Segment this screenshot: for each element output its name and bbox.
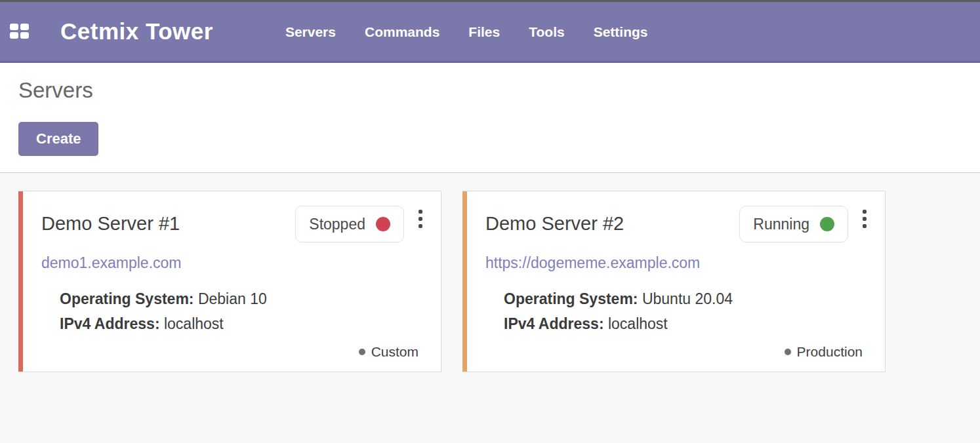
card-accent-strip <box>462 191 467 372</box>
card-accent-strip <box>18 191 23 372</box>
nav-item-servers[interactable]: Servers <box>285 1 336 62</box>
nav-item-files[interactable]: Files <box>468 1 500 62</box>
os-row: Operating System: Debian 10 <box>60 286 422 311</box>
server-url-link[interactable]: demo1.example.com <box>41 254 182 272</box>
tag-dot-icon <box>785 349 791 355</box>
nav-item-settings[interactable]: Settings <box>594 1 648 62</box>
status-dot-icon <box>820 217 834 231</box>
server-name: Demo Server #2 <box>485 206 739 235</box>
ip-row: IPv4 Address: localhost <box>60 311 422 336</box>
nav-item-commands[interactable]: Commands <box>365 1 439 62</box>
apps-grid-icon[interactable] <box>10 24 30 39</box>
tag-label: Production <box>797 344 863 360</box>
server-tag: Production <box>485 344 867 360</box>
server-details: Operating System: Ubuntu 20.04 IPv4 Addr… <box>504 286 867 336</box>
status-badge[interactable]: Stopped <box>295 206 404 242</box>
os-label: Operating System: <box>504 290 638 307</box>
ip-row: IPv4 Address: localhost <box>504 311 867 336</box>
kanban-view: Demo Server #1 Stopped demo1.example.com… <box>0 173 980 443</box>
server-tag: Custom <box>41 344 422 360</box>
os-label: Operating System: <box>60 290 194 307</box>
status-dot-icon <box>376 217 390 231</box>
status-badge[interactable]: Running <box>739 206 848 242</box>
create-button[interactable]: Create <box>18 122 98 156</box>
main-navbar: Cetmix Tower Servers Commands Files Tool… <box>0 2 980 63</box>
server-details: Operating System: Debian 10 IPv4 Address… <box>60 286 422 336</box>
server-card[interactable]: Demo Server #1 Stopped demo1.example.com… <box>18 191 441 372</box>
os-value: Ubuntu 20.04 <box>642 290 733 307</box>
card-header-row: Demo Server #2 Running <box>485 206 867 242</box>
os-row: Operating System: Ubuntu 20.04 <box>504 286 867 311</box>
status-label: Stopped <box>309 215 365 233</box>
ip-label: IPv4 Address: <box>60 315 160 332</box>
server-name: Demo Server #1 <box>41 206 295 235</box>
kebab-menu-icon[interactable] <box>863 206 867 228</box>
status-label: Running <box>753 215 809 233</box>
ip-value: localhost <box>608 315 668 332</box>
page-title: Servers <box>18 77 962 104</box>
app-brand[interactable]: Cetmix Tower <box>60 18 213 45</box>
tag-dot-icon <box>359 349 365 355</box>
nav-item-tools[interactable]: Tools <box>529 1 564 62</box>
card-header-row: Demo Server #1 Stopped <box>41 206 422 242</box>
ip-value: localhost <box>164 315 224 332</box>
kebab-menu-icon[interactable] <box>419 206 422 228</box>
page-header: Servers Create <box>0 63 980 173</box>
os-value: Debian 10 <box>198 290 267 307</box>
server-url-link[interactable]: https://dogememe.example.com <box>485 254 700 272</box>
ip-label: IPv4 Address: <box>504 315 604 332</box>
main-nav: Servers Commands Files Tools Settings <box>285 1 648 62</box>
tag-label: Custom <box>371 344 419 360</box>
server-card[interactable]: Demo Server #2 Running https://dogememe.… <box>462 191 886 372</box>
